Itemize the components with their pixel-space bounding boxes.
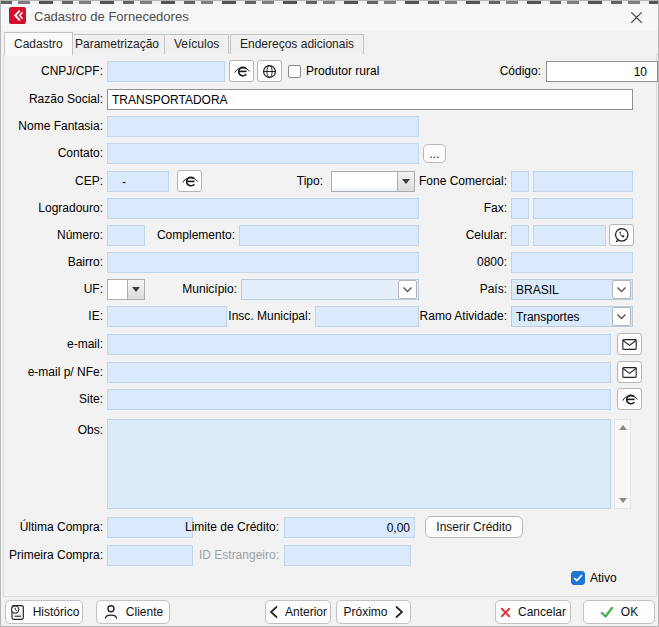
fax-input[interactable] xyxy=(533,198,633,219)
ie-input[interactable] xyxy=(107,306,227,327)
id-estrangeiro-input[interactable] xyxy=(284,545,411,566)
complemento-input[interactable] xyxy=(239,225,419,246)
tab-veiculos[interactable]: Veículos xyxy=(164,34,229,55)
obs-label: Obs: xyxy=(3,420,103,441)
tel0800-label: 0800: xyxy=(399,252,507,273)
ramo-atividade-select[interactable]: Transportes xyxy=(511,306,633,327)
ativo-checkbox[interactable] xyxy=(571,571,585,585)
bairro-label: Bairro: xyxy=(3,252,103,273)
scroll-up-icon[interactable] xyxy=(615,420,630,435)
email-nfe-label: e-mail p/ NFe: xyxy=(3,362,103,383)
chevron-right-icon xyxy=(395,606,404,618)
cancel-x-icon xyxy=(500,607,511,618)
email-label: e-mail: xyxy=(3,334,103,355)
history-journal-icon xyxy=(9,604,26,621)
anterior-button[interactable]: Anterior xyxy=(265,600,331,624)
scroll-down-icon[interactable] xyxy=(615,493,630,508)
cnpj-label: CNPJ/CPF: xyxy=(3,61,103,82)
celular-ddd-input[interactable] xyxy=(511,225,529,246)
nome-fantasia-input[interactable] xyxy=(107,116,419,137)
cancelar-button-label: Cancelar xyxy=(518,605,566,619)
proximo-button[interactable]: Próximo xyxy=(336,600,411,624)
site-input[interactable] xyxy=(107,389,611,410)
email-nfe-envelope-icon[interactable] xyxy=(617,361,642,383)
ramo-atividade-value: Transportes xyxy=(512,310,612,324)
razao-social-label: Razão Social: xyxy=(3,89,103,110)
person-icon xyxy=(103,604,119,620)
cep-label: CEP: xyxy=(3,171,103,192)
logradouro-label: Logradouro: xyxy=(3,198,103,219)
fone-comercial-ddd-input[interactable] xyxy=(511,171,529,192)
pais-chevron-down-icon[interactable] xyxy=(612,280,631,299)
municipio-label: Município: xyxy=(137,279,237,300)
cadastro-fornecedores-window: Cadastro de Fornecedores Cadastro Parame… xyxy=(0,0,659,627)
ultima-compra-label: Última Compra: xyxy=(3,517,103,538)
insc-municipal-label: Insc. Municipal: xyxy=(211,306,311,327)
id-estrangeiro-label: ID Estrangeiro: xyxy=(179,545,279,566)
ramo-atividade-chevron-down-icon[interactable] xyxy=(612,307,631,326)
ok-button-label: OK xyxy=(621,605,638,619)
cnpj-internet-lookup-icon[interactable] xyxy=(229,60,254,82)
produtor-rural-checkbox[interactable] xyxy=(288,65,301,78)
email-input[interactable] xyxy=(107,334,611,355)
tab-cadastro[interactable]: Cadastro xyxy=(4,32,73,56)
contato-input[interactable] xyxy=(107,143,419,164)
ramo-atividade-label: Ramo Atividade: xyxy=(399,306,507,327)
site-internet-icon[interactable] xyxy=(617,388,642,410)
ok-button[interactable]: OK xyxy=(583,600,655,624)
titlebar: Cadastro de Fornecedores xyxy=(1,4,658,30)
cliente-button[interactable]: Cliente xyxy=(96,600,170,624)
close-icon[interactable] xyxy=(624,7,648,27)
municipio-select[interactable] xyxy=(241,279,419,300)
limite-credito-label: Limite de Crédito: xyxy=(179,517,279,538)
app-logo-icon xyxy=(9,7,26,24)
ie-label: IE: xyxy=(3,306,103,327)
tel0800-input[interactable] xyxy=(511,252,633,273)
ok-check-icon xyxy=(600,606,614,618)
tabstrip: Cadastro Parametrização Veículos Endereç… xyxy=(3,32,658,55)
tab-parametrizacao[interactable]: Parametrização xyxy=(65,34,169,55)
contato-label: Contato: xyxy=(3,143,103,164)
anterior-button-label: Anterior xyxy=(285,605,327,619)
cancelar-button[interactable]: Cancelar xyxy=(495,600,571,624)
proximo-button-label: Próximo xyxy=(343,605,387,619)
produtor-rural-label: Produtor rural xyxy=(306,61,379,82)
celular-label: Celular: xyxy=(399,225,507,246)
fax-label: Fax: xyxy=(399,198,507,219)
email-envelope-icon[interactable] xyxy=(617,333,642,355)
obs-textarea[interactable] xyxy=(107,419,611,509)
pais-select[interactable]: BRASIL xyxy=(511,279,633,300)
celular-input[interactable] xyxy=(533,225,606,246)
cnpj-input[interactable] xyxy=(107,61,225,82)
obs-scrollbar[interactable] xyxy=(614,419,631,509)
cep-input[interactable] xyxy=(107,171,169,192)
fone-comercial-input[interactable] xyxy=(533,171,633,192)
historico-button[interactable]: Histórico xyxy=(5,600,83,624)
ativo-label: Ativo xyxy=(590,568,617,589)
fone-comercial-label: Fone Comercial: xyxy=(399,171,507,192)
pais-label: País: xyxy=(399,279,507,300)
primeira-compra-label: Primeira Compra: xyxy=(3,545,103,566)
inserir-credito-button[interactable]: Inserir Crédito xyxy=(425,516,523,538)
email-nfe-input[interactable] xyxy=(107,362,611,383)
tab-enderecos-adicionais[interactable]: Endereços adicionais xyxy=(230,34,364,55)
window-title: Cadastro de Fornecedores xyxy=(34,4,189,30)
cnpj-globe-icon[interactable] xyxy=(257,60,282,82)
tipo-label: Tipo: xyxy=(243,171,323,192)
numero-label: Número: xyxy=(3,225,103,246)
whatsapp-icon[interactable] xyxy=(609,224,634,246)
razao-social-input[interactable] xyxy=(107,89,633,110)
logradouro-input[interactable] xyxy=(107,198,419,219)
nome-fantasia-label: Nome Fantasia: xyxy=(3,116,103,137)
complemento-label: Complemento: xyxy=(135,225,235,246)
fax-ddd-input[interactable] xyxy=(511,198,529,219)
bairro-input[interactable] xyxy=(107,252,419,273)
cliente-button-label: Cliente xyxy=(126,605,163,619)
codigo-input[interactable] xyxy=(546,61,658,82)
chevron-left-icon xyxy=(269,606,278,618)
cep-internet-lookup-icon[interactable] xyxy=(177,170,202,192)
limite-credito-input[interactable] xyxy=(284,517,415,538)
codigo-label: Código: xyxy=(441,61,541,82)
uf-label: UF: xyxy=(3,279,103,300)
contato-more-button[interactable]: ... xyxy=(423,144,446,163)
